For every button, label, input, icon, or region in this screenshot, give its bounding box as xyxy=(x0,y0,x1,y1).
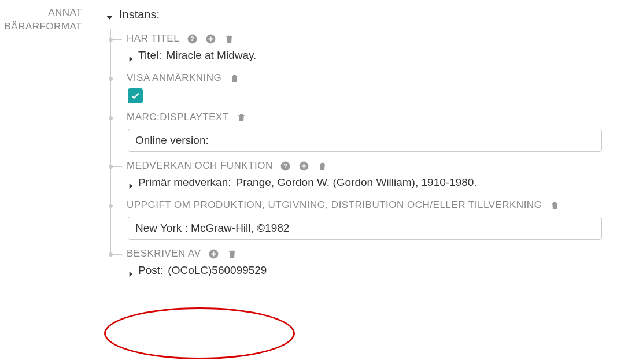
field-label: HAR TITEL xyxy=(127,33,179,44)
field-visa-anmarkning: VISA ANMÄRKNING xyxy=(106,69,617,103)
trash-icon[interactable] xyxy=(227,248,238,259)
sidebar-line1: ANNAT xyxy=(0,6,82,20)
sidebar-line2: BÄRARFORMAT xyxy=(0,20,82,34)
field-displaytext: MARC:DISPLAYTEXT xyxy=(106,108,617,152)
svg-text:?: ? xyxy=(190,35,194,42)
produktion-input[interactable] xyxy=(128,217,602,240)
help-icon[interactable]: ? xyxy=(280,160,291,172)
trash-icon[interactable] xyxy=(223,33,235,44)
chevron-right-icon xyxy=(128,53,134,58)
beskriven-prefix: Post: xyxy=(138,264,163,277)
field-medverkan: MEDVERKAN OCH FUNKTION ? Primär m xyxy=(106,157,617,191)
chevron-down-icon xyxy=(106,11,113,18)
medverkan-row[interactable]: Primär medverkan: Prange, Gordon W. (Gor… xyxy=(127,174,617,191)
add-icon[interactable] xyxy=(208,248,220,259)
field-produktion: UPPGIFT OM PRODUKTION, UTGIVNING, DISTRI… xyxy=(106,196,617,240)
titel-row[interactable]: Titel: Miracle at Midway. xyxy=(127,47,617,64)
add-icon[interactable] xyxy=(205,33,216,44)
field-label: MARC:DISPLAYTEXT xyxy=(127,112,229,123)
trash-icon[interactable] xyxy=(317,160,328,172)
add-icon[interactable] xyxy=(298,160,310,172)
chevron-right-icon xyxy=(128,268,134,273)
chevron-right-icon xyxy=(128,180,134,185)
trash-icon[interactable] xyxy=(549,199,560,211)
field-label: MEDVERKAN OCH FUNKTION xyxy=(127,160,273,172)
beskriven-row[interactable]: Post: (OCoLC)560099529 xyxy=(127,262,617,279)
field-label: UPPGIFT OM PRODUKTION, UTGIVNING, DISTRI… xyxy=(127,199,542,211)
section-header[interactable]: Instans: xyxy=(93,6,617,25)
help-icon[interactable]: ? xyxy=(186,33,198,44)
field-label: BESKRIVEN AV xyxy=(127,248,201,259)
checkbox[interactable] xyxy=(128,88,143,103)
trash-icon[interactable] xyxy=(236,112,247,123)
field-har-titel: HAR TITEL ? Titel: Mira xyxy=(106,29,617,64)
displaytext-input[interactable] xyxy=(128,129,602,152)
titel-prefix: Titel: xyxy=(138,49,161,62)
beskriven-value: (OCoLC)560099529 xyxy=(168,264,267,277)
sidebar-label: ANNAT BÄRARFORMAT xyxy=(0,0,93,364)
field-label: VISA ANMÄRKNING xyxy=(127,72,221,84)
medverkan-prefix: Primär medverkan: xyxy=(138,176,231,189)
titel-value: Miracle at Midway. xyxy=(166,49,256,62)
section-title: Instans: xyxy=(119,8,160,21)
medverkan-value: Prange, Gordon W. (Gordon William), 1910… xyxy=(236,176,477,189)
main-panel: Instans: HAR TITEL ? xyxy=(93,0,617,364)
field-beskriven-av: BESKRIVEN AV Post: (OCoLC)560099529 xyxy=(106,244,617,279)
svg-text:?: ? xyxy=(283,162,287,169)
trash-icon[interactable] xyxy=(228,72,240,84)
